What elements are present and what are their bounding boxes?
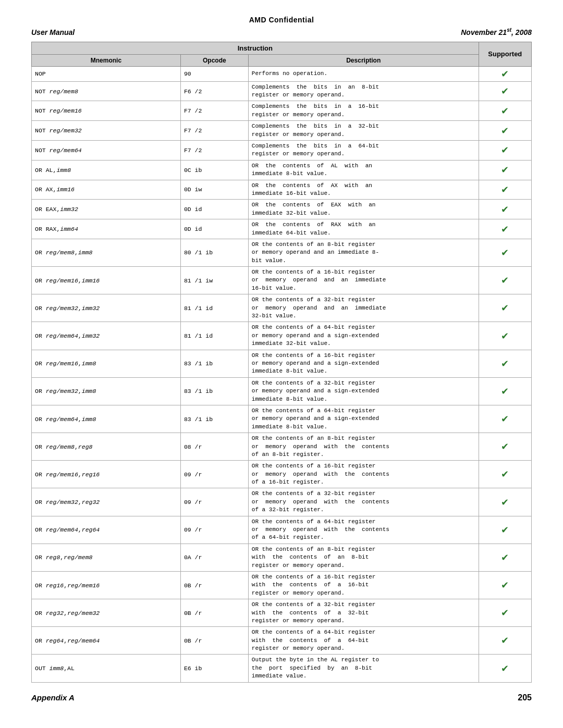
opcode-cell: E6 ib — [180, 655, 248, 682]
mnemonic-cell: OR reg/mem64,reg64 — [32, 516, 181, 544]
description-cell: OR the contents of a 64-bit register or … — [248, 322, 479, 350]
checkmark-icon: ✔ — [501, 165, 509, 175]
description-cell: OR the contents of RAX with an immediate… — [248, 219, 479, 239]
checkmark-icon: ✔ — [501, 497, 509, 508]
checkmark-icon: ✔ — [501, 441, 509, 452]
checkmark-icon: ✔ — [501, 224, 509, 235]
supported-cell: ✔ — [479, 219, 531, 239]
opcode-cell: F7 /2 — [180, 141, 248, 161]
description-cell: Complements the bits in a 32-bit registe… — [248, 121, 479, 141]
description-cell: OR the contents of a 32-bit register wit… — [248, 599, 479, 627]
opcode-cell: 0A /r — [180, 544, 248, 571]
col-opcode: Opcode — [180, 54, 248, 66]
supported-cell: ✔ — [479, 377, 531, 405]
table-row: OR reg/mem32,imm883 /1 ibOR the contents… — [32, 377, 532, 405]
mnemonic-cell: OUT imm8,AL — [32, 655, 181, 682]
supported-cell: ✔ — [479, 141, 531, 161]
mnemonic-cell: OR reg16,reg/mem16 — [32, 571, 181, 599]
table-row: NOT reg/mem8F6 /2Complements the bits in… — [32, 81, 532, 101]
supported-cell: ✔ — [479, 350, 531, 377]
opcode-cell: 09 /r — [180, 488, 248, 516]
supported-cell: ✔ — [479, 101, 531, 121]
mnemonic-cell: OR reg64,reg/mem64 — [32, 627, 181, 655]
checkmark-icon: ✔ — [501, 552, 509, 563]
mnemonic-cell: OR reg/mem16,reg16 — [32, 461, 181, 488]
description-cell: Complements the bits in a 16-bit registe… — [248, 101, 479, 121]
table-row: OR EAX,imm320D idOR the contents of EAX … — [32, 200, 532, 219]
mnemonic-cell: OR reg/mem8,imm8 — [32, 239, 181, 266]
description-cell: OR the contents of a 32-bit register or … — [248, 377, 479, 405]
table-row: OR AL,imm80C ibOR the contents of AL wit… — [32, 160, 532, 180]
page-number: 205 — [518, 693, 532, 702]
checkmark-icon: ✔ — [501, 275, 509, 286]
checkmark-icon: ✔ — [501, 635, 509, 646]
description-cell: OR the contents of EAX with an immediate… — [248, 200, 479, 219]
opcode-cell: F7 /2 — [180, 101, 248, 121]
supported-cell: ✔ — [479, 81, 531, 101]
opcode-cell: 08 /r — [180, 433, 248, 461]
supported-cell: ✔ — [479, 571, 531, 599]
description-cell: OR the contents of a 64-bit register wit… — [248, 627, 479, 655]
supported-cell: ✔ — [479, 294, 531, 322]
table-row: OR reg8,reg/mem80A /rOR the contents of … — [32, 544, 532, 571]
table-row: NOT reg/mem16F7 /2Complements the bits i… — [32, 101, 532, 121]
supported-cell: ✔ — [479, 433, 531, 461]
mnemonic-cell: NOT reg/mem32 — [32, 121, 181, 141]
mnemonic-cell: OR reg/mem32,reg32 — [32, 488, 181, 516]
checkmark-icon: ✔ — [501, 69, 509, 79]
checkmark-icon: ✔ — [501, 414, 509, 424]
opcode-cell: 81 /1 id — [180, 294, 248, 322]
date-label: November 21st, 2008 — [461, 27, 532, 36]
table-row: NOT reg/mem64F7 /2Complements the bits i… — [32, 141, 532, 161]
supported-cell: ✔ — [479, 160, 531, 180]
col-mnemonic: Mnemonic — [32, 54, 181, 66]
supported-cell: ✔ — [479, 267, 531, 294]
checkmark-icon: ✔ — [501, 608, 509, 618]
opcode-cell: 83 /1 ib — [180, 405, 248, 433]
table-row: NOP90Performs no operation.✔ — [32, 66, 532, 81]
opcode-cell: 0B /r — [180, 599, 248, 627]
opcode-cell: 81 /1 id — [180, 322, 248, 350]
checkmark-icon: ✔ — [501, 184, 509, 195]
opcode-cell: 83 /1 ib — [180, 377, 248, 405]
description-cell: OR the contents of a 16-bit register or … — [248, 267, 479, 294]
opcode-cell: F6 /2 — [180, 81, 248, 101]
supported-header: Supported — [479, 42, 531, 66]
page-footer: Appendix A 205 — [31, 693, 532, 702]
description-cell: OR the contents of a 16-bit register or … — [248, 461, 479, 488]
table-row: OR reg16,reg/mem160B /rOR the contents o… — [32, 571, 532, 599]
appendix-label: Appendix A — [31, 693, 75, 702]
description-cell: OR the contents of a 64-bit register or … — [248, 516, 479, 544]
table-row: OR reg/mem64,reg6409 /rOR the contents o… — [32, 516, 532, 544]
checkmark-icon: ✔ — [501, 86, 509, 96]
mnemonic-cell: NOT reg/mem16 — [32, 101, 181, 121]
opcode-cell: F7 /2 — [180, 121, 248, 141]
supported-cell: ✔ — [479, 405, 531, 433]
supported-cell: ✔ — [479, 655, 531, 682]
supported-cell: ✔ — [479, 544, 531, 571]
description-cell: OR the contents of a 32-bit register or … — [248, 294, 479, 322]
mnemonic-cell: OR reg32,reg/mem32 — [32, 599, 181, 627]
table-row: NOT reg/mem32F7 /2Complements the bits i… — [32, 121, 532, 141]
opcode-cell: 80 /1 ib — [180, 239, 248, 266]
description-cell: OR the contents of a 64-bit register or … — [248, 405, 479, 433]
mnemonic-cell: OR AX,imm16 — [32, 180, 181, 200]
table-row: OR RAX,imm640D idOR the contents of RAX … — [32, 219, 532, 239]
description-cell: OR the contents of an 8-bit register or … — [248, 433, 479, 461]
checkmark-icon: ✔ — [501, 248, 509, 258]
supported-cell: ✔ — [479, 461, 531, 488]
supported-cell: ✔ — [479, 200, 531, 219]
mnemonic-cell: NOT reg/mem64 — [32, 141, 181, 161]
checkmark-icon: ✔ — [501, 580, 509, 590]
mnemonic-cell: OR reg/mem8,reg8 — [32, 433, 181, 461]
mnemonic-cell: OR EAX,imm32 — [32, 200, 181, 219]
checkmark-icon: ✔ — [501, 126, 509, 136]
table-row: OR reg/mem64,imm3281 /1 idOR the content… — [32, 322, 532, 350]
description-cell: OR the contents of a 16-bit register wit… — [248, 571, 479, 599]
supported-cell: ✔ — [479, 66, 531, 81]
checkmark-icon: ✔ — [501, 331, 509, 341]
table-row: OR reg32,reg/mem320B /rOR the contents o… — [32, 599, 532, 627]
supported-cell: ✔ — [479, 627, 531, 655]
supported-cell: ✔ — [479, 239, 531, 266]
checkmark-icon: ✔ — [501, 106, 509, 116]
